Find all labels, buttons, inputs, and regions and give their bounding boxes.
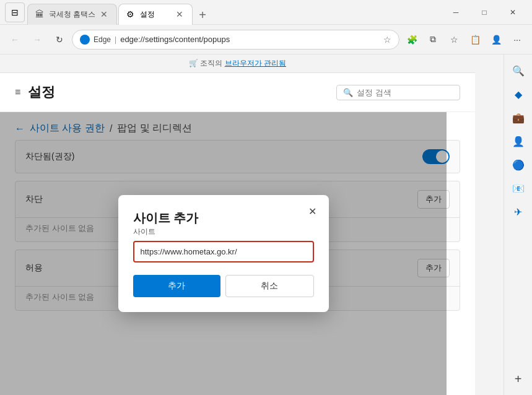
field-label: 사이트: [133, 227, 314, 237]
dialog-add-button[interactable]: 추가: [133, 275, 220, 297]
forward-button[interactable]: →: [27, 30, 47, 50]
edge-logo-icon: [80, 35, 90, 45]
content-area: 🛒 조직의 브라우저가 관리됨 ≡ 설정 🔍 ← 사이트 사용 권한: [0, 54, 475, 395]
extensions-button[interactable]: 🧩: [402, 30, 422, 50]
toolbar-icons: 🧩 ⧉ ☆ 📋 👤 ···: [402, 30, 527, 50]
settings-title-text: 설정: [28, 83, 55, 102]
dialog-close-button[interactable]: ✕: [304, 202, 321, 220]
tab-group: 🏛 국세청 홈택스 ✕ ⚙ 설정 ✕ +: [27, 0, 437, 25]
main-content-wrapper: ← 사이트 사용 권한 / 팝업 및 리디렉션 차단됨(권장): [0, 112, 475, 395]
title-bar: ⊟ 🏛 국세청 홈택스 ✕ ⚙ 설정 ✕ + ─ □ ✕: [0, 0, 532, 25]
sidebar-person-button[interactable]: 👤: [507, 130, 530, 152]
right-sidebar: 🔍 ◆ 💼 👤 🔵 📧 ✈ +: [504, 54, 532, 395]
settings-title-row: ≡ 설정: [15, 83, 55, 102]
refresh-button[interactable]: ↻: [50, 30, 69, 50]
managed-bar: 🛒 조직의 브라우저가 관리됨: [0, 54, 475, 73]
tab-settings-label: 설정: [140, 9, 171, 20]
address-text: edge://settings/content/popups: [120, 35, 380, 44]
sidebar-copilot-button[interactable]: ◆: [507, 83, 530, 105]
address-bar: ← → ↻ Edge | edge://settings/content/pop…: [0, 25, 532, 54]
tab-settings-close[interactable]: ✕: [175, 8, 185, 20]
sidebar-outlook-button[interactable]: 📧: [507, 177, 530, 199]
hamburger-icon[interactable]: ≡: [15, 87, 20, 98]
add-site-dialog: 사이트 추가 ✕ 사이트 추가 취소: [118, 195, 329, 312]
tab-hometax-close[interactable]: ✕: [99, 8, 109, 20]
settings-search-box[interactable]: 🔍: [336, 85, 460, 100]
dialog-overlay: 사이트 추가 ✕ 사이트 추가 취소: [0, 112, 447, 395]
new-tab-button[interactable]: +: [194, 6, 211, 25]
split-view-button[interactable]: ⧉: [423, 30, 443, 50]
favorites-button[interactable]: ☆: [444, 30, 464, 50]
site-input[interactable]: [133, 241, 314, 263]
hometax-favicon: 🏛: [35, 9, 45, 19]
sidebar-search-button[interactable]: 🔍: [507, 59, 530, 82]
sidebar-send-button[interactable]: ✈: [507, 201, 530, 223]
back-button[interactable]: ←: [5, 30, 25, 50]
dialog-title: 사이트 추가: [133, 211, 199, 225]
browser-menu-button[interactable]: ⊟: [5, 2, 25, 22]
address-separator: |: [115, 35, 116, 44]
tab-hometax-label: 국세청 홈택스: [49, 9, 95, 20]
settings-header: ≡ 설정 🔍: [0, 73, 475, 112]
tab-settings[interactable]: ⚙ 설정 ✕: [118, 4, 193, 25]
minimize-button[interactable]: ─: [442, 2, 470, 22]
edge-label: Edge: [94, 35, 111, 44]
dialog-cancel-button[interactable]: 취소: [225, 275, 314, 297]
sidebar-briefcase-button[interactable]: 💼: [507, 106, 530, 129]
address-input-wrap[interactable]: Edge | edge://settings/content/popups ☆: [72, 30, 399, 50]
sidebar-add-button[interactable]: +: [507, 368, 530, 390]
tab-hometax[interactable]: 🏛 국세청 홈택스 ✕: [27, 4, 117, 25]
profile-button[interactable]: 👤: [486, 30, 506, 50]
sidebar-orbit-button[interactable]: 🔵: [507, 154, 530, 176]
dialog-actions: 추가 취소: [133, 275, 314, 297]
star-icon[interactable]: ☆: [383, 35, 391, 45]
settings-favicon: ⚙: [126, 9, 136, 19]
close-button[interactable]: ✕: [499, 2, 527, 22]
managed-link[interactable]: 브라우저가 관리됨: [225, 59, 286, 67]
window-controls: ─ □ ✕: [442, 2, 527, 22]
more-button[interactable]: ···: [507, 30, 527, 50]
search-icon: 🔍: [343, 88, 353, 97]
maximize-button[interactable]: □: [470, 2, 499, 22]
collections-button[interactable]: 📋: [465, 30, 485, 50]
settings-search-input[interactable]: [357, 88, 443, 97]
managed-prefix: 🛒 조직의: [189, 59, 225, 67]
